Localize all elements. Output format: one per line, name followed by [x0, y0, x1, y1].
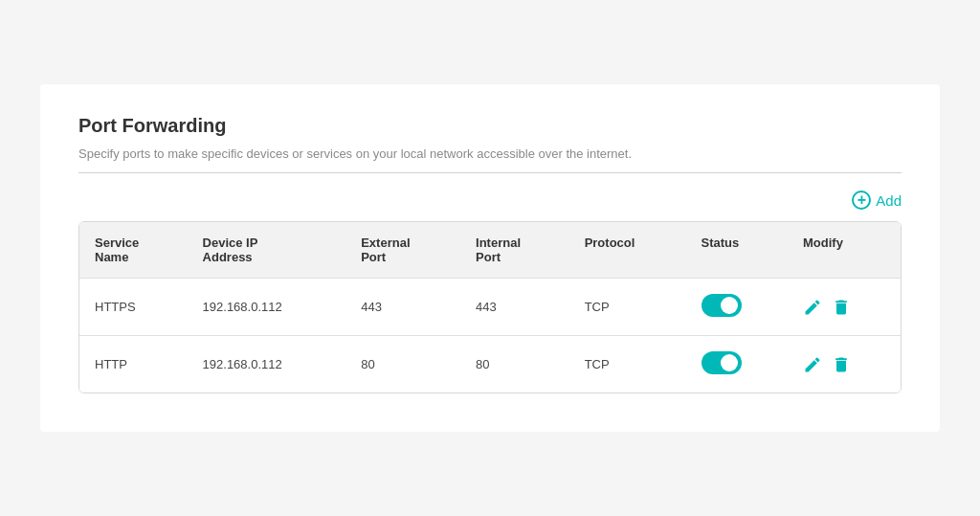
add-label: Add: [876, 192, 902, 209]
action-icons-1: [803, 355, 885, 374]
add-button[interactable]: + Add: [852, 191, 902, 210]
port-forwarding-table: ServiceName Device IPAddress ExternalPor…: [78, 221, 902, 393]
col-header-modify: Modify: [788, 222, 901, 279]
edit-icon-0[interactable]: [803, 298, 822, 317]
plus-icon: +: [852, 191, 871, 210]
col-header-external-port: ExternalPort: [345, 222, 460, 279]
delete-icon-1[interactable]: [832, 355, 851, 374]
page-description: Specify ports to make specific devices o…: [78, 146, 902, 161]
toggle-slider-0[interactable]: [702, 294, 742, 317]
col-header-internal-port: InternalPort: [460, 222, 569, 279]
cell-device-ip-0: 192.168.0.112: [188, 279, 346, 336]
cell-status-1[interactable]: [686, 336, 788, 393]
table-row: HTTP 192.168.0.112 80 80 TCP: [79, 336, 901, 393]
port-forwarding-panel: Port Forwarding Specify ports to make sp…: [40, 84, 940, 432]
cell-modify-1: [788, 336, 901, 393]
page-title: Port Forwarding: [78, 115, 902, 137]
cell-service-name-0: HTTPS: [79, 279, 188, 336]
cell-protocol-1: TCP: [569, 336, 686, 393]
table-row: HTTPS 192.168.0.112 443 443 TCP: [79, 279, 901, 336]
toolbar: + Add: [78, 191, 902, 210]
cell-internal-port-1: 80: [460, 336, 569, 393]
delete-icon-0[interactable]: [832, 298, 851, 317]
action-icons-0: [803, 298, 885, 317]
edit-icon-1[interactable]: [803, 355, 822, 374]
cell-device-ip-1: 192.168.0.112: [188, 336, 346, 393]
cell-external-port-0: 443: [345, 279, 460, 336]
col-header-protocol: Protocol: [569, 222, 686, 279]
cell-internal-port-0: 443: [460, 279, 569, 336]
col-header-device-ip: Device IPAddress: [188, 222, 346, 279]
divider: [78, 172, 902, 173]
table-header-row: ServiceName Device IPAddress ExternalPor…: [79, 222, 901, 279]
cell-service-name-1: HTTP: [79, 336, 188, 393]
toggle-slider-1[interactable]: [702, 351, 742, 374]
status-toggle-1[interactable]: [702, 351, 742, 374]
cell-protocol-0: TCP: [569, 279, 686, 336]
status-toggle-0[interactable]: [702, 294, 742, 317]
cell-modify-0: [788, 279, 901, 336]
cell-external-port-1: 80: [345, 336, 460, 393]
col-header-status: Status: [686, 222, 788, 279]
cell-status-0[interactable]: [686, 279, 788, 336]
col-header-service-name: ServiceName: [79, 222, 188, 279]
